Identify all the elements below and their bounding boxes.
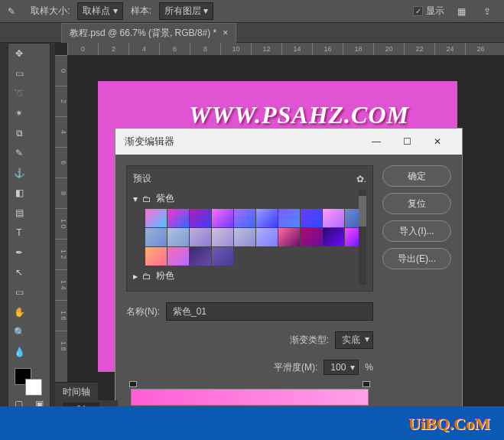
folder-label: 粉色	[156, 269, 174, 282]
zoom-tool[interactable]: 🔍	[8, 322, 30, 342]
gradient-swatch[interactable]	[145, 228, 167, 246]
gradient-swatch[interactable]	[190, 247, 211, 266]
gradient-swatch[interactable]	[278, 228, 300, 246]
ruler-tick: 14	[281, 43, 312, 55]
ruler-tick: 2	[55, 86, 67, 116]
gradient-name-input[interactable]	[166, 302, 373, 321]
close-button[interactable]: ✕	[422, 129, 453, 155]
hand-tool[interactable]: ✋	[8, 302, 30, 322]
ruler-tick: 20	[373, 43, 404, 55]
folder-label: 紫色	[156, 192, 174, 205]
document-tab[interactable]: 教程.psd @ 66.7% (背景, RGB/8#) * ×	[61, 23, 236, 43]
ruler-tick: 4	[128, 43, 159, 55]
gradient-bar[interactable]	[131, 383, 369, 409]
gradient-swatch[interactable]	[167, 247, 189, 266]
close-icon[interactable]: ×	[223, 28, 228, 38]
gradient-swatch[interactable]	[190, 209, 211, 227]
path-select-tool[interactable]: ↖	[8, 262, 30, 282]
brush-tool[interactable]: ✎	[8, 143, 30, 163]
preset-scrollbar[interactable]	[359, 190, 366, 285]
preset-folder-purple[interactable]: ▾ 🗀 紫色	[133, 190, 366, 207]
color-swatches[interactable]	[8, 365, 50, 396]
grid-icon[interactable]: ▦	[452, 2, 470, 21]
ruler-tick: 8	[190, 43, 220, 55]
preset-list[interactable]: ▾ 🗀 紫色 ▸ 🗀 粉色	[133, 190, 366, 285]
eraser-tool[interactable]: ◧	[8, 183, 30, 203]
maximize-button[interactable]: ☐	[392, 129, 422, 155]
folder-icon: 🗀	[142, 194, 151, 204]
opacity-stop-left[interactable]	[129, 381, 137, 387]
timeline-panel[interactable]: 时间轴	[55, 382, 98, 400]
gradient-swatch[interactable]	[323, 228, 344, 246]
reset-button[interactable]: 复位	[382, 193, 451, 214]
presets-label: 预设	[133, 172, 151, 185]
marquee-tool[interactable]: ▭	[8, 64, 30, 83]
name-label: 名称(N):	[126, 305, 160, 318]
background-swatch[interactable]	[25, 379, 42, 396]
gradient-swatch[interactable]	[145, 209, 167, 227]
ruler-tick: 1 2	[55, 239, 67, 269]
sample-size-dropdown[interactable]: 取样点 ▾	[77, 2, 122, 20]
move-tool[interactable]: ✥	[8, 44, 30, 64]
smoothness-input[interactable]: 100	[324, 360, 359, 375]
ruler-tick: 8	[55, 178, 67, 208]
ruler-tick: 1 8	[55, 331, 67, 361]
dialog-title: 渐变编辑器	[125, 135, 361, 148]
export-button[interactable]: 导出(E)...	[382, 248, 451, 269]
eyedropper-tool[interactable]: 💧	[8, 342, 30, 362]
gradient-swatch-grid	[133, 207, 366, 267]
gradient-preview[interactable]	[131, 389, 369, 406]
gradient-swatch[interactable]	[323, 209, 344, 227]
gradient-swatch[interactable]	[301, 228, 322, 246]
gradient-swatch[interactable]	[301, 209, 322, 227]
show-label: 显示	[426, 5, 444, 18]
crop-tool[interactable]: ⧉	[8, 123, 30, 143]
gradient-swatch[interactable]	[212, 247, 233, 266]
lasso-tool[interactable]: ➰	[8, 83, 30, 103]
stamp-tool[interactable]: ⚓	[8, 163, 30, 183]
opacity-stop-right[interactable]	[363, 381, 370, 387]
gradient-swatch[interactable]	[256, 209, 278, 227]
watermark-text: WWW.PSAHZ.COM	[189, 101, 409, 129]
gradient-swatch[interactable]	[190, 228, 211, 246]
presets-panel: 预设 ✿. ▾ 🗀 紫色 ▸ 🗀 粉色	[126, 165, 373, 292]
gradient-swatch[interactable]	[167, 228, 189, 246]
show-checkbox[interactable]: ✓	[413, 6, 423, 16]
gradient-swatch[interactable]	[167, 209, 189, 227]
scrollbar-thumb[interactable]	[359, 196, 366, 227]
gradient-swatch[interactable]	[278, 209, 300, 227]
ruler-tick: 16	[312, 43, 343, 55]
share-icon[interactable]: ⇪	[478, 2, 496, 21]
ruler-tick: 0	[67, 43, 98, 55]
ruler-tick: 2	[98, 43, 128, 55]
gradient-tool[interactable]: ▤	[8, 203, 30, 223]
quick-select-tool[interactable]: ✴	[8, 103, 30, 123]
gradient-swatch[interactable]	[234, 209, 255, 227]
tool-icon: ✎	[8, 6, 23, 17]
gradient-swatch[interactable]	[256, 228, 278, 246]
sample-layers-dropdown[interactable]: 所有图层 ▾	[159, 2, 213, 20]
gradient-swatch[interactable]	[145, 247, 167, 266]
shape-tool[interactable]: ▭	[8, 282, 30, 302]
ruler-tick: 18	[343, 43, 373, 55]
sample-layers-label: 样本:	[131, 5, 151, 18]
ok-button[interactable]: 确定	[382, 165, 451, 187]
gear-icon[interactable]: ✿.	[356, 174, 366, 184]
import-button[interactable]: 导入(I)...	[382, 220, 451, 242]
toolbox: ✥ ▭ ➰ ✴ ⧉ ✎ ⚓ ◧ ▤ T ✒ ↖ ▭ ✋ 🔍 💧 ▢ ▣	[8, 43, 50, 412]
ruler-tick: 0	[55, 55, 67, 86]
gradient-swatch[interactable]	[212, 228, 233, 246]
pen-tool[interactable]: ✒	[8, 243, 30, 262]
type-tool[interactable]: T	[8, 223, 30, 243]
ruler-tick: 6	[55, 147, 67, 178]
gradient-swatch[interactable]	[234, 228, 255, 246]
minimize-button[interactable]: —	[361, 129, 392, 155]
gradient-type-label: 渐变类型:	[290, 334, 329, 347]
preset-folder-other[interactable]: ▸ 🗀 粉色	[133, 267, 366, 285]
ruler-tick: 24	[434, 43, 465, 55]
ruler-tick: 1 6	[55, 300, 67, 331]
dialog-titlebar[interactable]: 渐变编辑器 — ☐ ✕	[115, 129, 462, 155]
gradient-swatch[interactable]	[212, 209, 233, 227]
gradient-type-select[interactable]: 实底	[335, 331, 373, 349]
gradient-editor-dialog: 渐变编辑器 — ☐ ✕ 预设 ✿. ▾ 🗀 紫色 ▸	[115, 128, 463, 440]
